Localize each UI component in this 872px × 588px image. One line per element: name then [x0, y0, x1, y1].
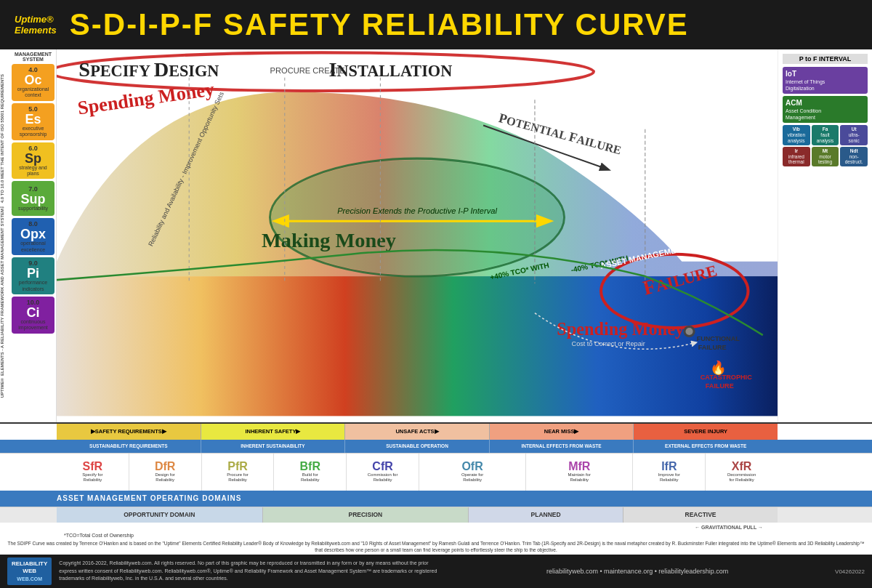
- tech-iot-symbol: IoT: [786, 69, 865, 78]
- ifr-symbol: IfR: [661, 461, 677, 472]
- uptime-text: Uptime®: [15, 14, 57, 25]
- asset-mgmt-bar: ASSET MANAGEMENT OPERATING DOMAINS: [0, 491, 872, 507]
- mfr-symbol: MfR: [568, 461, 590, 472]
- element-pi-name: performanceindicators: [15, 280, 52, 292]
- footer-version: V04262022: [835, 568, 865, 575]
- element-sup: 7.0 Sup supportability: [12, 181, 54, 216]
- element-sp-name: strategy andplans: [15, 165, 52, 177]
- svg-text:🔥: 🔥: [710, 360, 727, 376]
- tech-ut: Ut ultra-sonic: [840, 125, 868, 145]
- xfr-sub: Decommissionfor Reliability: [727, 472, 756, 483]
- acronym-pfr: PfR Procure forReliability: [202, 454, 275, 491]
- tech-acm-label: Asset ConditionManagement: [786, 108, 865, 121]
- domain-planned: PLANNED: [469, 507, 623, 523]
- domain-reactive: REACTIVE: [623, 507, 778, 523]
- element-oc-symbol: Oc: [15, 73, 52, 86]
- tech-mt: Mt motortesting: [812, 147, 839, 166]
- pfr-sub: Procure forReliability: [227, 472, 249, 483]
- svg-text:FUNCTIONAL: FUNCTIONAL: [697, 335, 740, 342]
- bfr-sub: Build forReliability: [301, 472, 320, 483]
- safety-cell-4: NEAR MISS ▶: [490, 424, 634, 440]
- acronym-bfr: BfR Build forReliability: [274, 454, 347, 491]
- safety-cell-3: UNSAFE ACTS ▶: [345, 424, 490, 440]
- tech-ir-symbol: Ir: [784, 148, 809, 154]
- tech-acm-symbol: ACM: [786, 98, 865, 108]
- safety-cell-5: SEVERE INJURY: [634, 424, 778, 440]
- footer-bar: RELIABILITY WEB WEB.COM Copyright 2016-2…: [0, 555, 872, 588]
- main-chart-svg: SPECIFY DESIGN PROCURE CREATE INSTALLATI…: [57, 49, 778, 422]
- acronym-dfr: DfR Design forReliability: [129, 454, 202, 491]
- right-panel: P to F INTERVAL IoT Internet of ThingsDi…: [778, 49, 872, 422]
- element-pi-symbol: Pi: [15, 267, 52, 280]
- ifr-sub: Improve forReliability: [658, 472, 680, 483]
- tco-note: *TCO=Total Cost of Ownership: [0, 533, 872, 539]
- management-system-label: MANAGEMENTSYSTEM: [12, 52, 54, 62]
- elements-text: Elements: [15, 25, 57, 36]
- asset-bar-text: ASSET MANAGEMENT OPERATING DOMAINS: [57, 494, 778, 502]
- acronym-cfr: CfR Commission forReliability: [347, 454, 419, 491]
- svg-text:Precision Extends the Producti: Precision Extends the Productive I-P Int…: [337, 206, 497, 215]
- tech-acm-box: ACM Asset ConditionManagement: [783, 96, 868, 123]
- svg-text:INSTALLATION: INSTALLATION: [329, 58, 453, 81]
- element-es-name: executivesponsorship: [15, 126, 52, 138]
- domain-row: OPPORTUNITY DOMAIN PRECISION PLANNED REA…: [0, 507, 872, 523]
- tech-vib-label: vibrationanalysis: [784, 132, 809, 144]
- sfr-sub: Specify forReliability: [82, 472, 102, 483]
- dfr-sub: Design forReliability: [156, 472, 175, 483]
- element-ci-symbol: Ci: [15, 306, 52, 319]
- element-opx-name: operationalexcellence: [15, 241, 52, 253]
- uptime-logo: Uptime® Elements: [15, 14, 57, 36]
- dfr-symbol: DfR: [155, 461, 175, 472]
- footer-copyright: Copyright 2016-2022, Reliabilityweb.com.…: [59, 560, 440, 583]
- svg-rect-0: [57, 276, 778, 416]
- bfr-symbol: BfR: [300, 461, 320, 472]
- svg-text:FAILURE: FAILURE: [698, 344, 727, 351]
- sustain-cell-4: INTERNAL EFFECTS FROM WASTE: [490, 440, 634, 453]
- tech-vib: Vib vibrationanalysis: [783, 125, 810, 145]
- footer-logo-line2: WEB: [12, 568, 47, 575]
- element-ci: 10.0 Ci continuousimprovement: [12, 297, 54, 334]
- tech-ndt-label: non-destruct.: [841, 154, 866, 166]
- domain-opportunity: OPPORTUNITY DOMAIN: [57, 507, 263, 523]
- svg-text:SPECIFY 
          DESIGN: SPECIFY DESIGN: [78, 58, 219, 81]
- tech-iot-box: IoT Internet of ThingsDigitalization: [783, 67, 868, 94]
- safety-row: ▶ SAFETY REQUIREMENTS ▶ INHERENT SAFETY …: [0, 422, 872, 440]
- element-sp-symbol: Sp: [15, 152, 52, 165]
- element-sp: 6.0 Sp strategy andplans: [12, 142, 54, 180]
- cfr-sub: Commission forReliability: [368, 472, 398, 483]
- tech-fa: Fa faultanalysis: [812, 125, 839, 145]
- main-container: Uptime® Elements S-D-I-P-F SAFETY RELIAB…: [0, 0, 872, 588]
- xfr-symbol: XfR: [732, 461, 752, 472]
- cfr-symbol: CfR: [372, 461, 392, 472]
- mfr-sub: Maintain forReliability: [568, 472, 591, 483]
- element-ci-name: continuousimprovement: [15, 319, 52, 331]
- element-pi: 9.0 Pi performanceindicators: [12, 257, 54, 294]
- sustain-cell-5: EXTERNAL EFFECTS FROM WASTE: [634, 440, 778, 453]
- acronym-sfr: SfR Specify forReliability: [57, 454, 129, 491]
- element-oc-name: organizationalcontext: [15, 86, 52, 99]
- tech-fa-label: faultanalysis: [813, 132, 838, 144]
- acronym-mfr: MfR Maintain forReliability: [526, 454, 633, 491]
- tech-ut-symbol: Ut: [841, 126, 866, 132]
- element-oc: 4.0 Oc organizationalcontext: [12, 64, 54, 101]
- element-sup-name: supportability: [15, 206, 52, 212]
- footer-logo: RELIABILITY WEB WEB.COM: [7, 557, 52, 585]
- footer-links: reliabilityweb.com • maintenance.org • r…: [447, 568, 828, 575]
- sfr-symbol: SfR: [83, 461, 103, 472]
- chart-area: SPECIFY DESIGN PROCURE CREATE INSTALLATI…: [57, 49, 778, 422]
- svg-text:FAILURE: FAILURE: [706, 382, 734, 390]
- grav-row: ← GRAVITATIONAL PULL →: [0, 523, 872, 533]
- sustain-cell-3: SUSTAINABLE OPERATION: [345, 440, 490, 453]
- sustain-cell-1: SUSTAINABILITY REQUIREMENTS: [57, 440, 201, 453]
- ofr-sub: Operate forReliability: [461, 472, 483, 483]
- domain-precision: PRECISION: [263, 507, 469, 523]
- content-area: UPTIME® ELEMENTS - A RELIABILITY FRAMEWO…: [0, 49, 872, 422]
- tech-fa-symbol: Fa: [813, 126, 838, 132]
- tech-ir-label: infraredthermal: [784, 154, 809, 166]
- element-opx-symbol: Opx: [15, 227, 52, 241]
- footer-logo-line1: RELIABILITY: [12, 560, 47, 568]
- footer-logo-line3: WEB.COM: [12, 576, 47, 582]
- tech-mt-label: motortesting: [813, 154, 838, 166]
- svg-point-20: [685, 328, 693, 335]
- safety-cell-2: INHERENT SAFETY ▶: [201, 424, 346, 440]
